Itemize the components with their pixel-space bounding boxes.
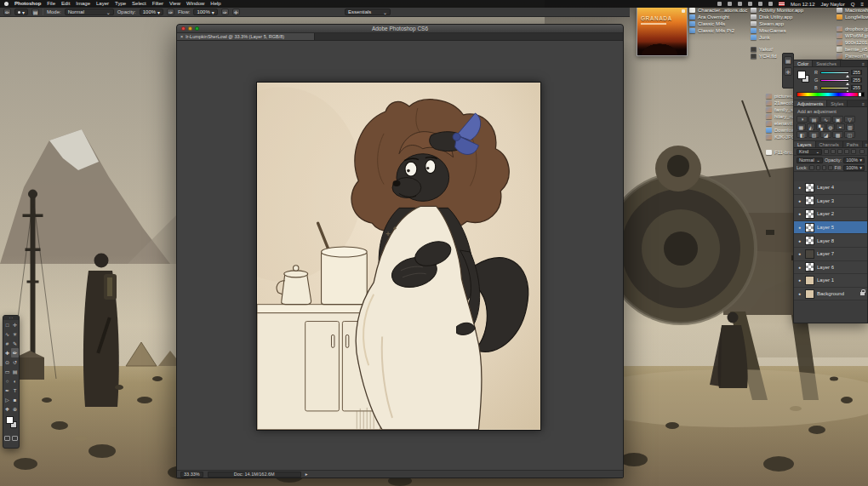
filter-toggle-icon[interactable] [859,149,865,154]
history-brush-tool[interactable]: ↺ [11,357,19,367]
layer-row[interactable]: ●Layer 7 [794,248,867,261]
adjustment-exposure-icon[interactable]: ▣ [832,116,843,123]
bluetooth-icon[interactable] [748,2,752,6]
visibility-eye-icon[interactable]: ● [797,225,802,230]
foreground-color-swatch[interactable] [6,416,14,424]
red-slider[interactable] [820,71,849,74]
brush-tool-icon[interactable]: ✏ [3,9,11,15]
zoom-level-field[interactable]: 33.33% [180,472,203,477]
pen-tool[interactable]: ✒ [3,386,11,395]
quick-mask-icon[interactable] [4,436,10,441]
visibility-eye-icon[interactable]: ● [797,291,802,296]
lock-transparent-pixels-icon[interactable] [809,165,814,170]
desktop-icon[interactable]: Ara Overnight [689,14,729,20]
adjustment-color-balance-icon[interactable]: ◭ [807,123,816,130]
desktop-icon[interactable]: F11-bru... [766,150,797,155]
filter-smart-objects-icon[interactable] [851,149,856,154]
blend-mode-select[interactable]: Normal⌄ [797,157,823,163]
magic-wand-tool[interactable]: ✳ [11,329,19,339]
adjustment-vibrance-icon[interactable]: ▽ [844,116,855,123]
adjustment-threshold-icon[interactable]: ◪ [820,131,831,138]
desktop-icon[interactable]: PatreonTiers.tif [837,54,868,59]
layer-thumbnail[interactable] [805,249,814,259]
adjustment-black-white-icon[interactable]: ▚ [816,123,825,130]
blur-tool[interactable]: ○ [3,376,11,386]
time-machine-icon[interactable] [728,2,732,6]
desktop-icon[interactable]: MiscGames [751,28,786,33]
menu-window[interactable]: Window [186,0,204,8]
granada-image-window[interactable]: GRANADA [637,7,688,56]
adjustment-brightness-contrast-icon[interactable]: ◑ [797,116,808,123]
visibility-eye-icon[interactable]: ● [797,238,802,243]
tab-color[interactable]: Color [794,60,813,66]
tab-paths[interactable]: Paths [843,141,863,147]
desktop-icon[interactable]: Character...ations.doc [689,8,747,13]
visibility-eye-icon[interactable]: ● [797,211,802,216]
menu-type[interactable]: Type [115,0,126,8]
adjustment-channel-mixer-icon[interactable]: ◒ [836,123,845,130]
dodge-tool[interactable]: ◐ [11,376,19,386]
notification-center-icon[interactable]: ≡ [860,2,864,7]
layer-thumbnail[interactable] [805,183,814,192]
gradient-tool[interactable]: ▤ [11,367,19,376]
layer-thumbnail[interactable] [805,289,814,299]
desktop-icon[interactable]: 900x1201...large.jpeg [837,40,868,45]
layer-row[interactable]: ●Layer 4 [794,181,867,195]
layer-fill-field[interactable]: 100%▾ [843,165,865,171]
desktop-icon[interactable]: dropbox.jpg [837,26,868,31]
spotlight-search-icon[interactable]: Q [851,2,855,7]
hand-tool[interactable]: ❖ [3,404,11,414]
healing-brush-tool[interactable]: ✚ [3,348,11,357]
layer-row[interactable]: ●Layer 8 [794,234,867,248]
document-tab[interactable]: × lr-LumpkinSherLowl @ 33.3% (Layer 5, R… [177,33,315,40]
green-value-field[interactable]: 255 [851,77,862,83]
type-tool[interactable]: T [11,386,19,395]
filter-type-layers-icon[interactable] [837,149,842,154]
menu-help[interactable]: Help [210,0,220,8]
background-layer-row[interactable]: ●Background [794,288,867,301]
panel-menu-icon[interactable]: ≡ [859,100,867,106]
filter-shape-layers-icon[interactable] [844,149,849,154]
visibility-eye-icon[interactable]: ● [797,185,802,190]
adjustment-color-lookup-icon[interactable]: ▥ [846,123,855,130]
adjustment-posterize-icon[interactable]: ▧ [808,131,819,138]
path-selection-tool[interactable]: ▷ [3,395,11,404]
layer-thumbnail[interactable] [805,223,814,232]
desktop-icon[interactable]: bernie_n5...on1_400.gif [837,47,868,52]
screen-mode-icon[interactable] [12,436,18,441]
airbrush-toggle-icon[interactable]: ✑ [221,9,229,15]
layer-row[interactable]: ●Layer 2 [794,208,867,221]
move-tool[interactable]: ✛ [11,320,19,329]
desktop-icon[interactable]: Classic M4s [689,21,725,26]
menu-view[interactable]: View [169,0,180,8]
blend-mode-select[interactable]: Normal⌄ [65,9,114,15]
red-value-field[interactable]: 255 [851,70,862,75]
filter-adjustment-layers-icon[interactable] [831,149,836,154]
granada-close-icon[interactable] [682,9,685,13]
window-titlebar[interactable]: Adobe Photoshop CS6 [177,25,623,33]
blue-value-field[interactable]: 255 [851,85,862,90]
panel-menu-icon[interactable]: ≡ [863,141,868,147]
menu-photoshop[interactable]: Photoshop [14,0,41,8]
tab-channels[interactable]: Channels [816,141,843,147]
menu-select[interactable]: Select [132,0,146,8]
tablet-pressure-icon[interactable]: ✛ [232,9,240,15]
desktop-icon[interactable]: Disk Utility.app [751,14,792,20]
clone-source-panel-icon[interactable]: ✛ [784,67,792,76]
layer-thumbnail[interactable] [805,276,814,285]
brush-panel-icon[interactable]: ▤ [784,56,792,65]
adjustment-gradient-map-icon[interactable]: ▩ [832,131,843,138]
lock-position-icon[interactable] [822,165,826,170]
layer-thumbnail[interactable] [805,196,814,205]
adjustment-levels-icon[interactable]: ▤ [808,116,819,123]
status-arrow-icon[interactable]: ▸ [306,472,308,477]
layer-thumbnail[interactable] [805,209,814,219]
menu-edit[interactable]: Edit [61,0,70,8]
green-slider[interactable] [820,79,849,82]
apple-menu-icon[interactable] [4,2,9,6]
brush-panel-toggle-icon[interactable]: ▤ [31,9,39,15]
desktop-icon[interactable]: Yakut! [751,47,774,52]
eyedropper-tool[interactable]: ✎ [11,339,19,348]
volume-icon[interactable] [768,2,773,6]
flow-field[interactable]: 100%▾ [193,9,217,15]
